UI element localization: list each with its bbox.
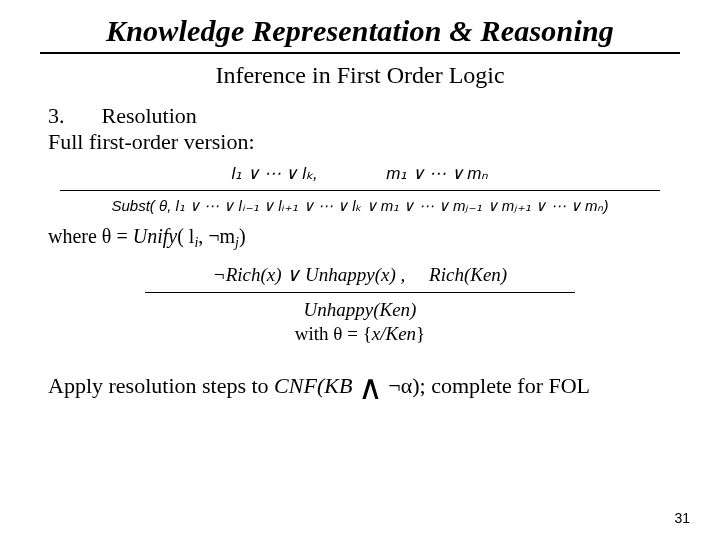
example-rule: ¬Rich(x) ∨ Unhappy(x) , Rich(Ken) Unhapp…: [145, 263, 575, 345]
rule-conclusion: Subst( θ, l₁ ∨ ⋯ ∨ lᵢ₋₁ ∨ lᵢ₊₁ ∨ ⋯ ∨ lₖ …: [60, 197, 660, 215]
title-underline: [40, 52, 680, 54]
resolution-rule: l₁ ∨ ⋯ ∨ lₖ, m₁ ∨ ⋯ ∨ mₙ Subst( θ, l₁ ∨ …: [60, 163, 660, 215]
example-divider: [145, 292, 575, 293]
slide-title: Knowledge Representation & Reasoning: [40, 14, 680, 48]
rule-divider: [60, 190, 660, 191]
page-number: 31: [674, 510, 690, 526]
section-title: Resolution: [102, 103, 197, 128]
intro-text: Full first-order version:: [48, 129, 672, 155]
big-wedge-icon: ∧: [358, 378, 383, 398]
example-conclusion: Unhappy(Ken): [145, 299, 575, 321]
apply-line: Apply resolution steps to CNF(KB ∧ ¬α); …: [40, 373, 680, 399]
example-premise-right: Rich(Ken): [429, 264, 507, 285]
section-number: 3.: [48, 103, 96, 129]
slide-subtitle: Inference in First Order Logic: [40, 62, 680, 89]
rule-premise-left: l₁ ∨ ⋯ ∨ lₖ,: [232, 164, 318, 183]
example-premise-left: ¬Rich(x) ∨ Unhappy(x) ,: [213, 264, 405, 285]
example-substitution: with θ = {x/Ken}: [145, 323, 575, 345]
where-clause: where θ = Unify( li, ¬mj): [40, 225, 680, 251]
rule-premise-right: m₁ ∨ ⋯ ∨ mₙ: [386, 164, 488, 183]
